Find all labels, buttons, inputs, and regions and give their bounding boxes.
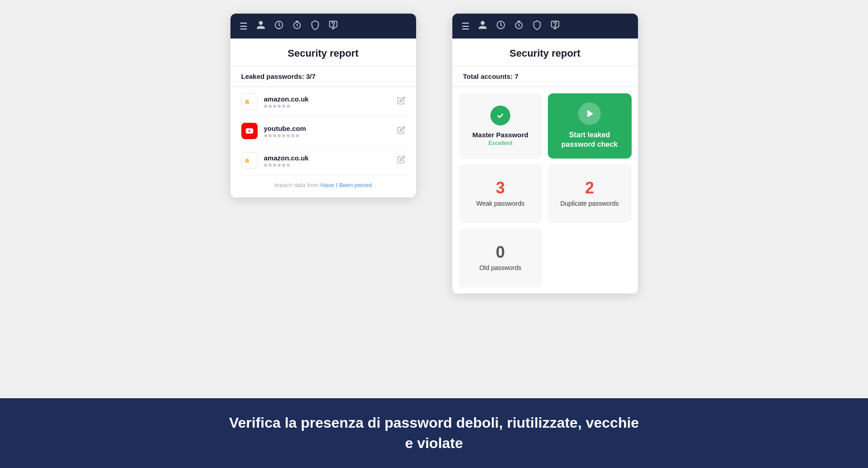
account-icon[interactable] xyxy=(256,20,266,32)
dot xyxy=(282,134,285,137)
master-password-title: Master Password xyxy=(472,131,528,139)
youtube-domain: youtube.com xyxy=(264,125,391,132)
dot xyxy=(287,105,290,108)
amazon-domain-2: amazon.co.uk xyxy=(264,154,391,162)
dot xyxy=(278,105,281,108)
dot xyxy=(282,105,285,108)
right-report-title: Security report xyxy=(463,48,627,59)
dot xyxy=(269,105,272,108)
dot xyxy=(269,134,272,137)
amazon-icon-1: a xyxy=(241,93,258,110)
total-accounts-label: Total accounts: xyxy=(463,72,515,80)
edit-icon-1[interactable] xyxy=(397,96,405,106)
old-passwords-count: 0 xyxy=(496,244,505,261)
start-leaked-title: Start leakedpassword check xyxy=(561,130,618,150)
youtube-icon xyxy=(241,123,258,139)
dot xyxy=(264,105,267,108)
svg-point-3 xyxy=(333,25,333,26)
password-item-youtube[interactable]: youtube.com xyxy=(236,116,411,146)
dot xyxy=(278,134,281,137)
old-passwords-card[interactable]: 0 Old passwords xyxy=(459,228,542,287)
amazon-domain-1: amazon.co.uk xyxy=(264,95,391,103)
edit-icon-2[interactable] xyxy=(397,155,405,165)
total-accounts-value: 7 xyxy=(514,72,518,80)
security-grid: Master Password Excellent Start leakedpa… xyxy=(452,87,638,294)
edit-icon-youtube[interactable] xyxy=(397,126,405,136)
right-account-icon[interactable] xyxy=(478,20,488,32)
youtube-site-info: youtube.com xyxy=(264,125,391,137)
left-nav-bar: ☰ xyxy=(230,14,416,39)
svg-text:a: a xyxy=(245,97,249,105)
left-report-title: Security report xyxy=(241,48,405,59)
weak-passwords-card[interactable]: 3 Weak passwords xyxy=(459,164,542,223)
dot xyxy=(273,164,276,167)
master-password-card[interactable]: Master Password Excellent xyxy=(459,93,542,159)
right-timer-icon[interactable] xyxy=(514,20,524,32)
dot xyxy=(287,164,290,167)
right-help-icon[interactable] xyxy=(550,20,560,32)
dot xyxy=(264,164,267,167)
shield-icon[interactable] xyxy=(310,20,320,32)
amazon-site-info-2: amazon.co.uk xyxy=(264,154,391,167)
password-item-amazon-1[interactable]: a amazon.co.uk xyxy=(236,87,411,116)
password-item-amazon-2[interactable]: a amazon.co.uk xyxy=(236,146,411,175)
start-leaked-check-card[interactable]: Start leakedpassword check xyxy=(548,93,632,159)
weak-passwords-label: Weak passwords xyxy=(476,200,524,207)
dot xyxy=(264,134,267,137)
breach-text: breach data from xyxy=(274,182,321,188)
right-clock-icon[interactable] xyxy=(496,20,506,32)
amazon-password-dots-2 xyxy=(264,164,391,167)
amazon-icon-2: a xyxy=(241,152,258,169)
old-passwords-label: Old passwords xyxy=(480,264,522,271)
help-icon[interactable] xyxy=(328,20,338,32)
youtube-password-dots xyxy=(264,134,391,137)
svg-point-10 xyxy=(495,110,506,121)
duplicate-passwords-label: Duplicate passwords xyxy=(560,200,619,207)
duplicate-passwords-count: 2 xyxy=(585,180,594,196)
amazon-password-dots-1 xyxy=(264,105,391,108)
breach-footer: breach data from Have I Been pwned xyxy=(230,175,416,198)
left-report-title-section: Security report xyxy=(230,39,416,66)
right-menu-icon[interactable]: ☰ xyxy=(461,21,470,32)
master-password-subtitle: Excellent xyxy=(489,140,513,146)
menu-icon[interactable]: ☰ xyxy=(240,21,248,32)
main-content: ☰ xyxy=(0,0,868,398)
timer-icon[interactable] xyxy=(292,20,302,32)
dot xyxy=(278,164,281,167)
banner-text: Verifica la presenza di password deboli,… xyxy=(18,413,850,454)
svg-text:a: a xyxy=(245,156,249,164)
total-accounts: Total accounts: 7 xyxy=(452,66,638,87)
right-report-title-section: Security report xyxy=(452,39,638,66)
dot xyxy=(291,134,294,137)
bottom-banner: Verifica la presenza di password deboli,… xyxy=(0,398,868,468)
duplicate-passwords-card[interactable]: 2 Duplicate passwords xyxy=(548,164,632,223)
banner-line1: Verifica la presenza di password deboli,… xyxy=(229,415,639,431)
password-list: a amazon.co.uk xyxy=(230,87,416,175)
hibp-link[interactable]: Have I Been pwned xyxy=(321,182,372,188)
right-shield-icon[interactable] xyxy=(532,20,542,32)
leaked-label: Leaked passwords: xyxy=(241,72,306,80)
master-password-check-icon xyxy=(490,106,510,125)
amazon-site-info-1: amazon.co.uk xyxy=(264,95,391,108)
dot xyxy=(296,134,299,137)
dot xyxy=(273,134,276,137)
weak-passwords-count: 3 xyxy=(496,180,505,196)
svg-point-9 xyxy=(555,25,555,26)
clock-icon[interactable] xyxy=(274,20,284,32)
banner-line2: e violate xyxy=(405,435,463,451)
dot xyxy=(273,105,276,108)
dot xyxy=(269,164,272,167)
dot xyxy=(287,134,290,137)
right-nav-bar: ☰ xyxy=(452,14,638,39)
leaked-header: Leaked passwords: 3/7 xyxy=(230,66,416,87)
left-phone: ☰ xyxy=(230,14,416,198)
play-button-icon xyxy=(578,102,601,125)
leaked-value: 3/7 xyxy=(306,72,316,80)
dot xyxy=(282,164,285,167)
leaked-header-text: Leaked passwords: 3/7 xyxy=(241,72,405,80)
right-phone: ☰ xyxy=(452,14,638,294)
